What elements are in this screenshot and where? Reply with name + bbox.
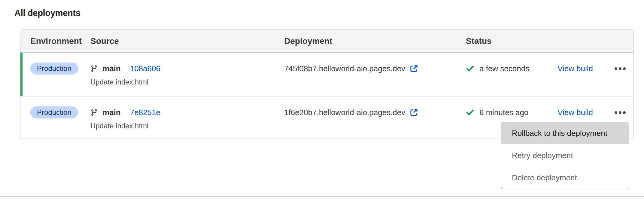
status-time: a few seconds	[479, 64, 529, 73]
menu-item-rollback[interactable]: Rollback to this deployment	[501, 122, 629, 144]
page-title: All deployments	[14, 8, 80, 18]
commit-link[interactable]: 7e8251e	[130, 108, 160, 117]
section-divider	[0, 196, 644, 197]
commit-message: Update index.html	[90, 122, 284, 130]
commit-message: Update index.html	[90, 78, 284, 86]
view-build-link[interactable]: View build	[557, 108, 593, 117]
column-header-source: Source	[90, 36, 284, 46]
git-branch-icon	[90, 65, 98, 72]
row-actions-menu-button[interactable]	[615, 106, 626, 119]
column-header-environment: Environment	[30, 36, 90, 46]
row-actions-menu-button[interactable]	[615, 62, 626, 75]
deployment-row: Production main 108a606 Update index.htm…	[20, 53, 633, 96]
deployment-url: 745f08b7.helloworld-aio.pages.dev	[284, 64, 405, 73]
status-time: 6 minutes ago	[479, 108, 528, 117]
environment-badge: Production	[30, 63, 78, 75]
branch-name: main	[102, 108, 121, 117]
success-check-icon	[466, 64, 474, 73]
deployments-page: All deployments Environment Source Deplo…	[0, 0, 644, 199]
success-check-icon	[466, 108, 474, 117]
commit-link[interactable]: 108a606	[130, 64, 160, 73]
deployment-url: 1f6e20b7.helloworld-aio.pages.dev	[284, 108, 405, 117]
menu-item-delete[interactable]: Delete deployment	[501, 167, 629, 189]
section-divider-band	[0, 192, 644, 196]
git-branch-icon	[90, 109, 98, 116]
external-link-icon[interactable]	[410, 64, 418, 73]
table-header-row: Environment Source Deployment Status	[20, 30, 633, 53]
column-header-status: Status	[466, 36, 557, 46]
column-header-deployment: Deployment	[284, 36, 466, 46]
menu-item-retry[interactable]: Retry deployment	[501, 144, 629, 167]
deployment-actions-menu: Rollback to this deployment Retry deploy…	[501, 122, 629, 189]
current-deployment-indicator	[20, 53, 23, 96]
environment-badge: Production	[30, 106, 78, 118]
view-build-link[interactable]: View build	[557, 64, 593, 73]
external-link-icon[interactable]	[410, 108, 418, 117]
branch-name: main	[102, 64, 121, 73]
